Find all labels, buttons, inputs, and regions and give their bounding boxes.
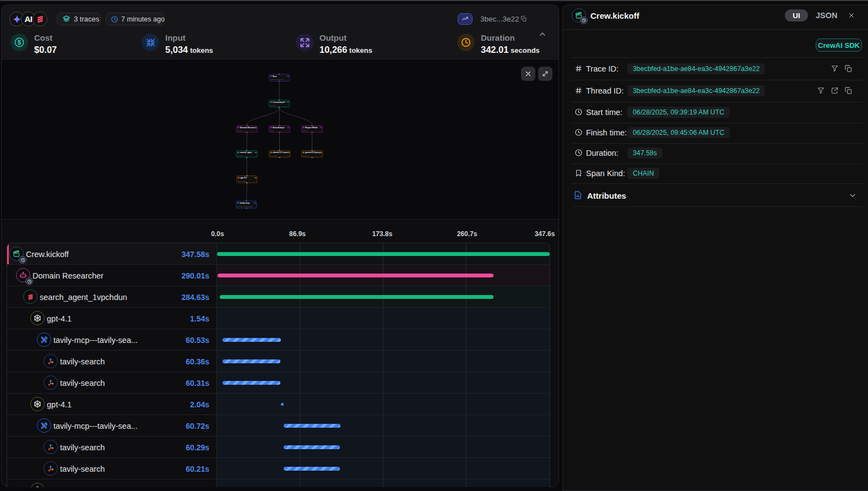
svg-text:$: $ [18,39,21,46]
svg-text:tavily-mcp: tavily-mcp [240,202,250,204]
svg-text:284.63s: 284.63s [237,155,243,157]
svg-text:26.5s: 26.5s [303,130,307,132]
svg-text:Crew.kickoff: Crew.kickoff [273,101,285,103]
svg-text:gpt-4.1: gpt-4.1 [240,177,247,179]
svg-text:in 1.5k tokens: in 1.5k tokens [238,181,247,182]
svg-text:tavily-mcp---tavily-search: tavily-mcp---tavily-search [237,206,253,208]
svg-text:Run: Run [273,75,276,78]
svg-text:in 1.2k out: in 1.2k out [270,155,277,157]
svg-text:Domain Research: Domain Research [240,127,257,129]
svg-text:search_agen: search_agen [240,151,252,154]
svg-text:abcdef-int-a12cd-rstu: abcdef-int-a12cd-rstu [270,79,284,80]
svg-text:290.0s: 290.0s [237,130,242,132]
svg-text:in 0.8k out: in 0.8k out [303,155,310,157]
svg-text:Data Analyst: Data Analyst [273,127,285,129]
svg-text:Report Writer: Report Writer [305,127,318,129]
svg-text:28.7s: 28.7s [270,130,274,132]
svg-text:gemini-2.5-pro-pr: gemini-2.5-pro-pr [305,151,322,154]
svg-text:347.58s: 347.58s [270,105,276,106]
